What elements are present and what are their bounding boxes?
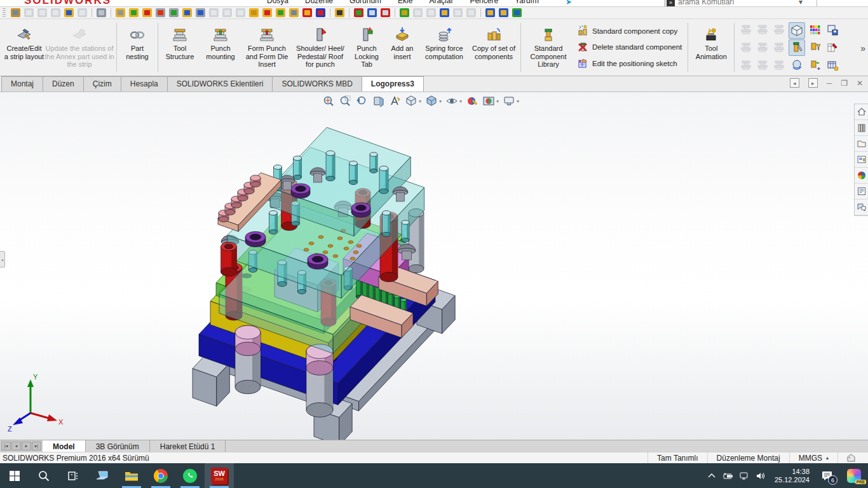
copy-icon[interactable] bbox=[209, 8, 219, 17]
chrome-button[interactable] bbox=[146, 463, 175, 488]
dropdown-caret-icon[interactable]: ▾ bbox=[496, 98, 499, 104]
apply-scene-icon[interactable]: ▾ bbox=[481, 93, 500, 109]
component-filter-button[interactable] bbox=[807, 39, 824, 56]
punch-locking-icon[interactable] bbox=[169, 8, 179, 17]
graphics-area[interactable]: YXZ ▾▾▾▾▾ ◂ bbox=[0, 92, 868, 440]
strip-link-icon[interactable] bbox=[78, 8, 87, 17]
station-down-icon[interactable] bbox=[37, 8, 47, 17]
menu-item-pencere[interactable]: Pencere bbox=[470, 0, 498, 5]
custom-properties-icon[interactable] bbox=[855, 184, 868, 200]
cmd-tool-structure-button[interactable]: Tool Structure bbox=[160, 20, 200, 74]
copy-set-icon[interactable] bbox=[249, 8, 259, 17]
toolbar-overflow-chevron[interactable]: » bbox=[860, 43, 865, 53]
pin-icon[interactable]: ➤ bbox=[566, 0, 572, 6]
tab-solidworks-mbd[interactable]: SOLIDWORKS MBD bbox=[272, 76, 362, 92]
replace-strip-icon[interactable] bbox=[64, 8, 74, 17]
link-break-icon[interactable] bbox=[453, 8, 463, 17]
units-selector[interactable]: MMGS▴ bbox=[789, 452, 837, 463]
tab-logopress3[interactable]: Logopress3 bbox=[362, 76, 424, 92]
close-button[interactable]: ✕ bbox=[857, 79, 863, 88]
view-settings-icon[interactable]: ▾ bbox=[501, 93, 520, 109]
copilot-button[interactable]: PRE bbox=[840, 463, 868, 488]
pc-icon[interactable] bbox=[88, 463, 117, 488]
edit-appearance-icon[interactable] bbox=[465, 93, 480, 109]
home-icon[interactable] bbox=[855, 104, 868, 120]
color-swatches-button[interactable] bbox=[807, 21, 824, 38]
view-orientation-icon[interactable]: ▾ bbox=[403, 93, 423, 109]
previous-view-icon[interactable] bbox=[354, 93, 369, 109]
shaded-view-button[interactable] bbox=[789, 22, 805, 39]
tray-expand-icon[interactable] bbox=[703, 463, 720, 488]
menu-item-yardım[interactable]: Yardım bbox=[515, 0, 539, 5]
notification-center-button[interactable]: 6 bbox=[815, 463, 840, 488]
cmd-tool-animation-button[interactable]: Tool Animation bbox=[690, 20, 732, 74]
cmd-punch-mounting-button[interactable]: Punch mounting bbox=[200, 20, 241, 74]
tab-next-icon[interactable]: ▸ bbox=[22, 442, 31, 451]
die-assembly-model[interactable]: YXZ bbox=[0, 92, 868, 440]
edit-table-icon[interactable] bbox=[381, 8, 390, 17]
appearances-icon[interactable] bbox=[855, 168, 868, 184]
cmd-create-edit-a-strip-layout-button[interactable]: Create/Edit a strip layout bbox=[4, 20, 44, 74]
toolbar-drag-handle[interactable] bbox=[3, 8, 6, 17]
component-pattern-button[interactable] bbox=[807, 57, 824, 74]
edit-component-button[interactable] bbox=[789, 39, 805, 56]
tab-first-icon[interactable]: |◂ bbox=[1, 442, 11, 451]
table-icon[interactable] bbox=[413, 8, 423, 17]
tab-d-zen[interactable]: Düzen bbox=[43, 76, 84, 92]
search-input[interactable]: arama Komutları bbox=[678, 0, 735, 6]
start-button[interactable] bbox=[0, 463, 29, 488]
punch-mounting-icon[interactable] bbox=[129, 8, 139, 17]
notes-icon[interactable] bbox=[426, 8, 436, 17]
collapse-right-icon[interactable]: ▸ bbox=[808, 78, 818, 88]
std-component-edit-icon[interactable] bbox=[289, 8, 299, 17]
positioning-sketch-icon[interactable] bbox=[316, 8, 325, 17]
part-nesting-icon[interactable] bbox=[97, 8, 106, 17]
help-icon[interactable] bbox=[485, 8, 495, 17]
minimize-button[interactable]: ─ bbox=[827, 79, 832, 88]
panel-expand-handle[interactable]: ◂ bbox=[0, 251, 5, 268]
delete-set-icon[interactable] bbox=[236, 8, 245, 17]
std-component-icon[interactable] bbox=[276, 8, 285, 17]
std-component-delete-icon[interactable] bbox=[302, 8, 312, 17]
cmd-delete-standard-component-button[interactable]: Delete standard component bbox=[578, 41, 682, 53]
annex-filter-icon[interactable] bbox=[51, 8, 60, 17]
tab-solidworks-eklentileri[interactable]: SOLIDWORKS Eklentileri bbox=[167, 76, 273, 92]
design-table-button[interactable] bbox=[824, 57, 841, 74]
search-button[interactable] bbox=[29, 463, 58, 488]
rotate-view-button[interactable] bbox=[789, 57, 805, 73]
cmd-add-an-insert-button[interactable]: Add an insert bbox=[385, 20, 419, 74]
edit-strip-icon[interactable] bbox=[11, 8, 20, 17]
design-table-icon[interactable] bbox=[440, 8, 449, 17]
quick-tips-icon[interactable] bbox=[837, 452, 864, 463]
dropdown-caret-icon[interactable]: ▾ bbox=[459, 98, 462, 104]
doc-tab-3b-g-r-n-m[interactable]: 3B Görünüm bbox=[86, 440, 150, 452]
cmd-update-the-stations-of-the-a-button[interactable]: Update the stations of the Annex part us… bbox=[44, 20, 114, 74]
design-library-icon[interactable] bbox=[855, 120, 868, 136]
cmd-shoulder-heel-pedestal-roof--button[interactable]: Shoulder/ Heel/ Pedestal/ Roof for punch bbox=[292, 20, 348, 74]
link-arrow-icon[interactable] bbox=[466, 8, 476, 17]
annotations-icon[interactable] bbox=[387, 93, 402, 109]
user-edit-icon[interactable] bbox=[499, 8, 508, 17]
dropdown-caret-icon[interactable]: ▾ bbox=[439, 98, 442, 104]
forum-icon[interactable] bbox=[855, 200, 868, 215]
cmd-form-punch-and-form-die-inse-button[interactable]: Form Punch and Form Die Insert bbox=[241, 20, 292, 74]
view-palette-icon[interactable] bbox=[855, 152, 868, 168]
menu-item-düzenle[interactable]: Düzenle bbox=[305, 0, 333, 5]
spring-force-icon[interactable] bbox=[196, 8, 205, 17]
collapse-left-icon[interactable]: ◂ bbox=[790, 78, 799, 88]
task-view-button[interactable] bbox=[58, 463, 88, 488]
volume-icon[interactable] bbox=[753, 463, 770, 488]
paste-icon[interactable] bbox=[222, 8, 232, 17]
cmd-standard-component-library-button[interactable]: Standard Component Library bbox=[523, 20, 574, 74]
tool-structure-icon[interactable] bbox=[116, 8, 125, 17]
tab-last-icon[interactable]: ▸| bbox=[32, 442, 41, 451]
command-search[interactable]: » arama Komutları ▾ bbox=[665, 0, 817, 7]
tab-montaj[interactable]: Montaj bbox=[1, 76, 43, 92]
tab--izim[interactable]: Çizim bbox=[83, 76, 121, 92]
display-style-icon[interactable]: ▾ bbox=[424, 93, 443, 109]
restore-button[interactable]: ❐ bbox=[841, 79, 848, 88]
color-palette-icon[interactable] bbox=[354, 8, 363, 17]
dropdown-caret-icon[interactable]: ▾ bbox=[419, 98, 421, 104]
cmd-edit-the-positioning-sketch-button[interactable]: Edit the positioning sketch bbox=[578, 58, 682, 70]
library-check-icon[interactable] bbox=[400, 8, 409, 17]
